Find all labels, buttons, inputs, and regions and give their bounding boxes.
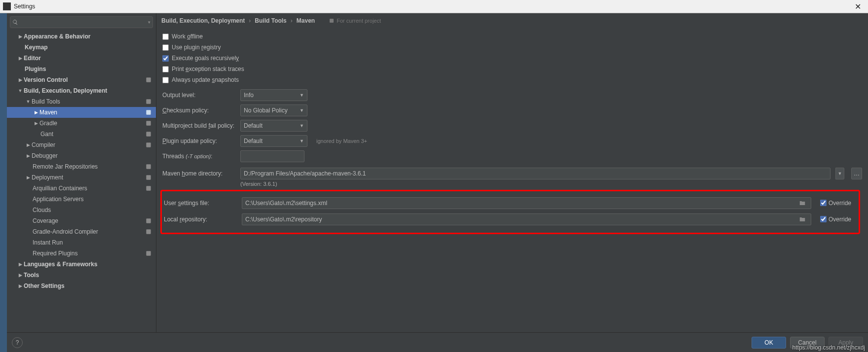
plugin-registry-label[interactable]: Use plugin registry	[172, 44, 221, 51]
dropdown-icon: ▼	[300, 123, 304, 128]
override-label[interactable]: Override	[829, 200, 851, 207]
svg-rect-10	[146, 229, 151, 234]
plugin-update-row: Plugin update policy: Default▼ ignored b…	[162, 133, 862, 148]
local-repo-override-checkbox[interactable]	[820, 216, 827, 222]
work-offline-label[interactable]: Work offline	[172, 33, 203, 40]
expand-icon: ▶	[17, 56, 24, 61]
settings-panel: Build, Execution, Deployment › Build Too…	[156, 13, 868, 332]
threads-label: Threads (-T option):	[162, 153, 235, 160]
search-dropdown-icon[interactable]: ▾	[148, 20, 151, 25]
maven-home-dropdown[interactable]: ▼	[835, 168, 844, 179]
svg-rect-0	[146, 77, 151, 82]
tree-plugins[interactable]: Plugins	[7, 64, 156, 74]
always-update-row: Always update snapshots	[162, 74, 862, 85]
tree-gradle-android[interactable]: Gradle-Android Compiler	[7, 226, 156, 237]
maven-home-input[interactable]: D:/Program Files/Apache/apache-maven-3.6…	[240, 168, 830, 179]
tree-coverage[interactable]: Coverage	[7, 215, 156, 226]
maven-settings-form: Work offline Use plugin registry Execute…	[156, 28, 868, 237]
tree-compiler[interactable]: ▶Compiler	[7, 140, 156, 150]
tree-deployment[interactable]: ▶Deployment	[7, 172, 156, 183]
svg-rect-11	[146, 251, 151, 255]
plugin-update-combo[interactable]: Default▼	[240, 135, 307, 147]
tree-keymap[interactable]: Keymap	[7, 42, 156, 53]
tree-maven[interactable]: ▶Maven	[7, 107, 156, 118]
print-exception-row: Print exception stack traces	[162, 64, 862, 74]
output-level-combo[interactable]: Info▼	[240, 89, 307, 101]
multiproject-label: Multiproject build fail policy:	[162, 122, 235, 129]
browse-folder-icon[interactable]	[797, 197, 808, 209]
search-icon	[12, 19, 18, 25]
crumb-bed[interactable]: Build, Execution, Deployment	[161, 17, 245, 24]
user-settings-label: User settings file:	[164, 200, 237, 207]
maven-home-browse-button[interactable]: …	[851, 168, 862, 179]
tree-gradle[interactable]: ▶Gradle	[7, 118, 156, 129]
svg-rect-2	[146, 110, 151, 114]
sidebar: ▾ ▶Appearance & Behavior Keymap ▶Editor …	[7, 13, 156, 332]
execute-goals-label[interactable]: Execute goals recursively	[172, 55, 239, 62]
crumb-sep: ›	[249, 17, 251, 24]
tree-required-plugins[interactable]: Required Plugins	[7, 248, 156, 259]
user-settings-override-checkbox[interactable]	[820, 200, 827, 206]
svg-rect-5	[146, 142, 151, 147]
checksum-policy-row: Checksum policy: No Global Policy▼	[162, 103, 862, 118]
tree-other[interactable]: ▶Other Settings	[7, 281, 156, 291]
project-badge-icon	[145, 141, 152, 148]
tree-tools[interactable]: ▶Tools	[7, 270, 156, 281]
checksum-policy-combo[interactable]: No Global Policy▼	[240, 105, 307, 116]
user-settings-input[interactable]: C:\Users\Gato\.m2\settings.xml	[242, 197, 811, 209]
tree-build-tools[interactable]: ▼Build Tools	[7, 96, 156, 107]
tree-remote-jar[interactable]: Remote Jar Repositories	[7, 161, 156, 172]
local-repo-input[interactable]: C:\Users\Gato\.m2\repository	[242, 213, 811, 225]
project-badge-icon	[145, 98, 152, 105]
tree-appearance[interactable]: ▶Appearance & Behavior	[7, 31, 156, 42]
tree-gant[interactable]: Gant	[7, 129, 156, 140]
settings-tree: ▶Appearance & Behavior Keymap ▶Editor Pl…	[7, 31, 156, 332]
expand-icon: ▶	[17, 262, 24, 267]
svg-rect-8	[146, 186, 151, 190]
tree-clouds[interactable]: Clouds	[7, 205, 156, 215]
expand-icon: ▶	[33, 110, 39, 115]
window-close-button[interactable]: ✕	[851, 2, 865, 11]
search-input[interactable]: ▾	[10, 16, 153, 28]
ok-button[interactable]: OK	[752, 337, 786, 349]
tree-bed[interactable]: ▼Build, Execution, Deployment	[7, 85, 156, 96]
override-label[interactable]: Override	[829, 216, 851, 223]
tree-instant-run[interactable]: Instant Run	[7, 237, 156, 248]
tree-vcs[interactable]: ▶Version Control	[7, 74, 156, 85]
print-exception-checkbox[interactable]	[162, 66, 169, 72]
crumb-buildtools[interactable]: Build Tools	[255, 17, 286, 24]
search-input-field[interactable]	[20, 19, 146, 26]
always-update-checkbox[interactable]	[162, 77, 169, 83]
tree-arquillian[interactable]: Arquillian Containers	[7, 183, 156, 194]
project-badge-icon	[145, 76, 152, 83]
plugin-registry-checkbox[interactable]	[162, 44, 169, 51]
tree-app-servers[interactable]: Application Servers	[7, 194, 156, 205]
work-offline-row: Work offline	[162, 31, 862, 42]
project-badge-icon	[145, 174, 152, 181]
left-gutter	[0, 13, 7, 352]
tree-editor[interactable]: ▶Editor	[7, 53, 156, 64]
app-icon	[3, 2, 11, 10]
expand-icon: ▶	[33, 121, 39, 126]
tree-languages[interactable]: ▶Languages & Frameworks	[7, 259, 156, 270]
maven-home-label: Maven home directory:	[162, 170, 235, 177]
execute-goals-checkbox[interactable]	[162, 55, 169, 62]
tree-debugger[interactable]: ▶Debugger	[7, 150, 156, 161]
threads-row: Threads (-T option):	[162, 148, 862, 164]
crumb-sep: ›	[291, 17, 293, 24]
work-offline-checkbox[interactable]	[162, 34, 169, 40]
print-exception-label[interactable]: Print exception stack traces	[172, 66, 244, 72]
user-settings-row: User settings file: C:\Users\Gato\.m2\se…	[164, 195, 857, 211]
help-button[interactable]: ?	[12, 337, 23, 348]
expand-icon: ▶	[17, 283, 24, 288]
settings-dialog: ▾ ▶Appearance & Behavior Keymap ▶Editor …	[7, 13, 868, 352]
always-update-label[interactable]: Always update snapshots	[172, 76, 239, 83]
expand-icon: ▶	[25, 153, 32, 158]
expand-icon: ▶	[25, 142, 32, 147]
browse-folder-icon[interactable]	[797, 213, 808, 225]
maven-home-row: Maven home directory: D:/Program Files/A…	[162, 166, 862, 181]
collapse-icon: ▼	[25, 99, 32, 104]
project-scope-hint: For current project	[329, 18, 381, 24]
multiproject-combo[interactable]: Default▼	[240, 120, 307, 132]
threads-input[interactable]	[240, 150, 304, 162]
